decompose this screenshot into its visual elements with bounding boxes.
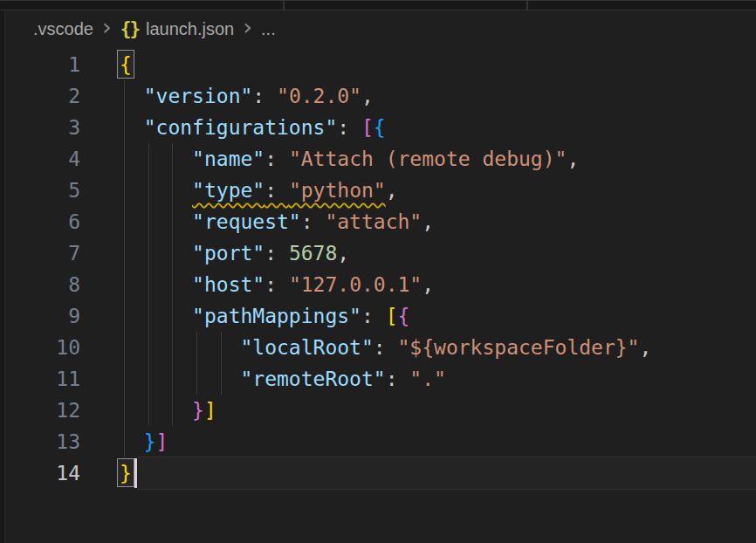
code-text: "version": "0.2.0", xyxy=(120,80,374,112)
code-text: "port": 5678, xyxy=(120,237,349,269)
code-line[interactable]: 8 "host": "127.0.0.1", xyxy=(5,269,756,300)
code-text: "remoteRoot": "." xyxy=(120,363,446,395)
code-line[interactable]: 12 }] xyxy=(5,395,756,426)
line-number[interactable]: 11 xyxy=(5,363,80,395)
code-text: "pathMappings": [{ xyxy=(120,300,409,332)
line-number[interactable]: 9 xyxy=(5,300,80,332)
line-number[interactable]: 12 xyxy=(5,395,80,426)
code-text: "name": "Attach (remote debug)", xyxy=(120,143,579,175)
breadcrumb-file-label: launch.json xyxy=(146,19,234,39)
code-line[interactable]: 2 "version": "0.2.0", xyxy=(5,80,756,112)
code-line[interactable]: 4 "name": "Attach (remote debug)", xyxy=(5,143,756,175)
code-text: } xyxy=(120,457,132,489)
json-file-icon: {} xyxy=(120,18,139,39)
line-number[interactable]: 10 xyxy=(5,332,80,363)
code-line[interactable]: 9 "pathMappings": [{ xyxy=(5,300,756,332)
code-line[interactable]: 10 "localRoot": "${workspaceFolder}", xyxy=(5,332,756,363)
bracket-match-highlight: } xyxy=(120,462,132,485)
code-text: "configurations": [{ xyxy=(120,112,386,143)
line-number[interactable]: 8 xyxy=(5,269,80,300)
line-number[interactable]: 5 xyxy=(5,175,80,206)
tab-separator xyxy=(526,1,528,10)
breadcrumb: .vscode › {} launch.json › ... xyxy=(33,11,276,46)
code-line[interactable]: 3 "configurations": [{ xyxy=(5,112,756,143)
line-number[interactable]: 14 xyxy=(5,457,80,489)
tab-separator xyxy=(283,1,285,10)
warning-squiggle: "type": "python" xyxy=(192,179,386,202)
breadcrumb-item-folder[interactable]: .vscode xyxy=(33,19,93,39)
line-number[interactable]: 1 xyxy=(5,49,80,80)
code-text: { xyxy=(120,49,132,80)
code-text: }] xyxy=(120,426,168,457)
code-text: "host": "127.0.0.1", xyxy=(120,269,434,300)
code-editor: 1{2 "version": "0.2.0",3 "configurations… xyxy=(5,49,756,489)
chevron-right-icon: › xyxy=(243,18,252,36)
code-line[interactable]: 5 "type": "python", xyxy=(5,175,756,206)
code-text: "type": "python", xyxy=(120,175,398,206)
text-cursor xyxy=(134,458,137,488)
line-number[interactable]: 13 xyxy=(5,426,80,457)
line-number[interactable]: 7 xyxy=(5,237,80,269)
breadcrumb-item-symbols[interactable]: ... xyxy=(261,19,276,39)
line-number[interactable]: 4 xyxy=(5,143,80,175)
code-line[interactable]: 6 "request": "attach", xyxy=(5,206,756,237)
code-line[interactable]: 7 "port": 5678, xyxy=(5,237,756,269)
chevron-right-icon: › xyxy=(102,18,112,36)
line-number[interactable]: 3 xyxy=(5,112,80,143)
code-text: }] xyxy=(120,395,216,426)
code-line[interactable]: 13 }] xyxy=(5,426,756,457)
code-line[interactable]: 1{ xyxy=(5,49,756,80)
tab-bar xyxy=(0,0,756,10)
bracket-match-highlight: { xyxy=(120,53,132,76)
code-text: "request": "attach", xyxy=(120,206,434,237)
code-text: "localRoot": "${workspaceFolder}", xyxy=(120,332,651,363)
breadcrumb-item-file[interactable]: {} launch.json xyxy=(120,18,234,39)
line-number[interactable]: 2 xyxy=(5,80,80,112)
code-line[interactable]: 14} xyxy=(5,457,756,489)
code-line[interactable]: 11 "remoteRoot": "." xyxy=(5,363,756,395)
code-lines: 1{2 "version": "0.2.0",3 "configurations… xyxy=(5,49,756,489)
line-number[interactable]: 6 xyxy=(5,206,80,237)
